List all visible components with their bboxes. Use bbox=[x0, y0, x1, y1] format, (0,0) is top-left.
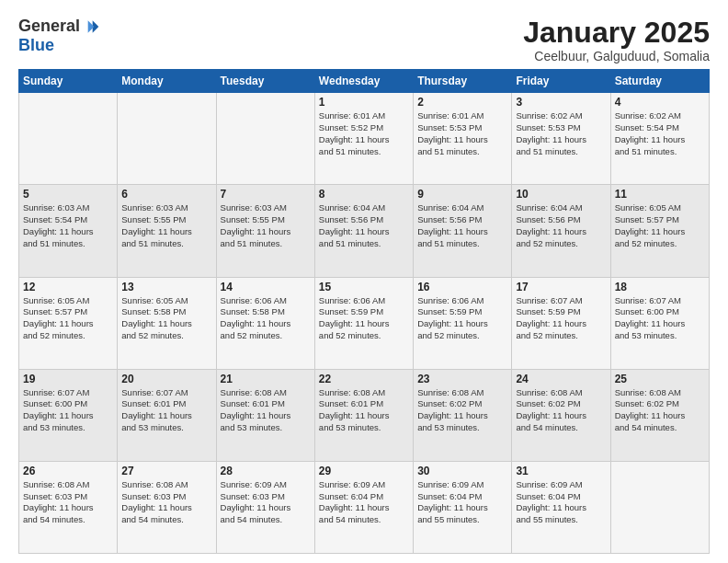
title-section: January 2025 Ceelbuur, Galguduud, Somali… bbox=[523, 17, 710, 63]
cell-info: Sunrise: 6:06 AM Sunset: 5:58 PM Dayligh… bbox=[221, 295, 311, 342]
day-number: 23 bbox=[417, 373, 507, 385]
day-number: 13 bbox=[121, 281, 211, 293]
calendar-cell: 7Sunrise: 6:03 AM Sunset: 5:55 PM Daylig… bbox=[216, 185, 314, 277]
calendar-cell: 8Sunrise: 6:04 AM Sunset: 5:56 PM Daylig… bbox=[314, 185, 413, 277]
calendar-cell: 5Sunrise: 6:03 AM Sunset: 5:54 PM Daylig… bbox=[19, 185, 118, 277]
cell-info: Sunrise: 6:09 AM Sunset: 6:04 PM Dayligh… bbox=[417, 479, 507, 526]
calendar-cell: 1Sunrise: 6:01 AM Sunset: 5:52 PM Daylig… bbox=[314, 93, 413, 185]
calendar-cell: 9Sunrise: 6:04 AM Sunset: 5:56 PM Daylig… bbox=[414, 185, 512, 277]
location: Ceelbuur, Galguduud, Somalia bbox=[523, 49, 710, 63]
day-number: 14 bbox=[221, 281, 311, 293]
calendar-header-row: SundayMondayTuesdayWednesdayThursdayFrid… bbox=[19, 70, 710, 93]
cell-info: Sunrise: 6:09 AM Sunset: 6:03 PM Dayligh… bbox=[221, 479, 311, 526]
calendar-cell: 29Sunrise: 6:09 AM Sunset: 6:04 PM Dayli… bbox=[314, 461, 413, 553]
day-number: 24 bbox=[516, 373, 606, 385]
cell-info: Sunrise: 6:08 AM Sunset: 6:03 PM Dayligh… bbox=[121, 479, 211, 526]
calendar-week-row: 26Sunrise: 6:08 AM Sunset: 6:03 PM Dayli… bbox=[19, 461, 710, 553]
day-number: 31 bbox=[516, 465, 606, 477]
cell-info: Sunrise: 6:08 AM Sunset: 6:02 PM Dayligh… bbox=[516, 387, 606, 434]
day-number: 7 bbox=[221, 188, 311, 201]
logo-icon bbox=[82, 17, 100, 36]
calendar-cell: 31Sunrise: 6:09 AM Sunset: 6:04 PM Dayli… bbox=[512, 461, 610, 553]
day-number: 12 bbox=[23, 281, 113, 293]
month-title: January 2025 bbox=[523, 17, 710, 49]
day-number: 15 bbox=[319, 281, 409, 293]
cell-info: Sunrise: 6:07 AM Sunset: 6:00 PM Dayligh… bbox=[615, 295, 705, 342]
cell-info: Sunrise: 6:07 AM Sunset: 5:59 PM Dayligh… bbox=[516, 295, 606, 342]
calendar-cell: 4Sunrise: 6:02 AM Sunset: 5:54 PM Daylig… bbox=[610, 93, 709, 185]
logo-blue-text: Blue bbox=[18, 36, 54, 55]
cell-info: Sunrise: 6:09 AM Sunset: 6:04 PM Dayligh… bbox=[516, 479, 606, 526]
calendar-header-saturday: Saturday bbox=[610, 70, 709, 93]
calendar-cell: 13Sunrise: 6:05 AM Sunset: 5:58 PM Dayli… bbox=[118, 277, 216, 369]
cell-info: Sunrise: 6:04 AM Sunset: 5:56 PM Dayligh… bbox=[319, 202, 409, 249]
calendar-cell bbox=[216, 93, 314, 185]
calendar-cell: 23Sunrise: 6:08 AM Sunset: 6:02 PM Dayli… bbox=[414, 369, 512, 461]
day-number: 5 bbox=[23, 188, 113, 201]
calendar-header-monday: Monday bbox=[118, 70, 216, 93]
cell-info: Sunrise: 6:08 AM Sunset: 6:03 PM Dayligh… bbox=[23, 479, 113, 526]
calendar-cell: 28Sunrise: 6:09 AM Sunset: 6:03 PM Dayli… bbox=[216, 461, 314, 553]
cell-info: Sunrise: 6:05 AM Sunset: 5:57 PM Dayligh… bbox=[615, 202, 705, 249]
calendar-cell: 18Sunrise: 6:07 AM Sunset: 6:00 PM Dayli… bbox=[610, 277, 709, 369]
header: General Blue January 2025 Ceelbuur, Galg… bbox=[18, 17, 710, 63]
day-number: 2 bbox=[417, 96, 507, 109]
calendar-cell: 21Sunrise: 6:08 AM Sunset: 6:01 PM Dayli… bbox=[216, 369, 314, 461]
calendar-week-row: 12Sunrise: 6:05 AM Sunset: 5:57 PM Dayli… bbox=[19, 277, 710, 369]
day-number: 18 bbox=[615, 281, 705, 293]
logo: General Blue bbox=[18, 17, 100, 55]
cell-info: Sunrise: 6:08 AM Sunset: 6:01 PM Dayligh… bbox=[319, 387, 409, 434]
cell-info: Sunrise: 6:03 AM Sunset: 5:55 PM Dayligh… bbox=[221, 202, 311, 249]
day-number: 11 bbox=[615, 188, 705, 201]
cell-info: Sunrise: 6:06 AM Sunset: 5:59 PM Dayligh… bbox=[319, 295, 409, 342]
calendar-week-row: 5Sunrise: 6:03 AM Sunset: 5:54 PM Daylig… bbox=[19, 185, 710, 277]
day-number: 26 bbox=[23, 465, 113, 477]
calendar-cell: 19Sunrise: 6:07 AM Sunset: 6:00 PM Dayli… bbox=[19, 369, 118, 461]
calendar-cell: 22Sunrise: 6:08 AM Sunset: 6:01 PM Dayli… bbox=[314, 369, 413, 461]
day-number: 3 bbox=[516, 96, 606, 109]
day-number: 17 bbox=[516, 281, 606, 293]
calendar-header-thursday: Thursday bbox=[414, 70, 512, 93]
cell-info: Sunrise: 6:01 AM Sunset: 5:53 PM Dayligh… bbox=[417, 110, 507, 157]
calendar-cell: 3Sunrise: 6:02 AM Sunset: 5:53 PM Daylig… bbox=[512, 93, 610, 185]
calendar-cell: 10Sunrise: 6:04 AM Sunset: 5:56 PM Dayli… bbox=[512, 185, 610, 277]
calendar-cell: 12Sunrise: 6:05 AM Sunset: 5:57 PM Dayli… bbox=[19, 277, 118, 369]
page: General Blue January 2025 Ceelbuur, Galg… bbox=[0, 0, 728, 563]
day-number: 6 bbox=[121, 188, 211, 201]
calendar-cell: 20Sunrise: 6:07 AM Sunset: 6:01 PM Dayli… bbox=[118, 369, 216, 461]
cell-info: Sunrise: 6:02 AM Sunset: 5:54 PM Dayligh… bbox=[615, 110, 705, 157]
cell-info: Sunrise: 6:07 AM Sunset: 6:00 PM Dayligh… bbox=[23, 387, 113, 434]
calendar-cell: 17Sunrise: 6:07 AM Sunset: 5:59 PM Dayli… bbox=[512, 277, 610, 369]
calendar-cell: 26Sunrise: 6:08 AM Sunset: 6:03 PM Dayli… bbox=[19, 461, 118, 553]
calendar-cell: 14Sunrise: 6:06 AM Sunset: 5:58 PM Dayli… bbox=[216, 277, 314, 369]
day-number: 27 bbox=[121, 465, 211, 477]
day-number: 8 bbox=[319, 188, 409, 201]
calendar-cell: 30Sunrise: 6:09 AM Sunset: 6:04 PM Dayli… bbox=[414, 461, 512, 553]
calendar-header-tuesday: Tuesday bbox=[216, 70, 314, 93]
calendar-cell: 24Sunrise: 6:08 AM Sunset: 6:02 PM Dayli… bbox=[512, 369, 610, 461]
cell-info: Sunrise: 6:03 AM Sunset: 5:54 PM Dayligh… bbox=[23, 202, 113, 249]
cell-info: Sunrise: 6:09 AM Sunset: 6:04 PM Dayligh… bbox=[319, 479, 409, 526]
calendar-cell bbox=[19, 93, 118, 185]
calendar-cell: 27Sunrise: 6:08 AM Sunset: 6:03 PM Dayli… bbox=[118, 461, 216, 553]
logo-general-text: General bbox=[18, 17, 80, 36]
calendar-cell bbox=[610, 461, 709, 553]
day-number: 4 bbox=[615, 96, 705, 109]
calendar-cell bbox=[118, 93, 216, 185]
day-number: 19 bbox=[23, 373, 113, 385]
day-number: 10 bbox=[516, 188, 606, 201]
day-number: 1 bbox=[319, 96, 409, 109]
cell-info: Sunrise: 6:05 AM Sunset: 5:57 PM Dayligh… bbox=[23, 295, 113, 342]
cell-info: Sunrise: 6:02 AM Sunset: 5:53 PM Dayligh… bbox=[516, 110, 606, 157]
day-number: 9 bbox=[417, 188, 507, 201]
calendar-cell: 11Sunrise: 6:05 AM Sunset: 5:57 PM Dayli… bbox=[610, 185, 709, 277]
day-number: 25 bbox=[615, 373, 705, 385]
cell-info: Sunrise: 6:08 AM Sunset: 6:01 PM Dayligh… bbox=[221, 387, 311, 434]
calendar-header-sunday: Sunday bbox=[19, 70, 118, 93]
calendar-header-friday: Friday bbox=[512, 70, 610, 93]
calendar: SundayMondayTuesdayWednesdayThursdayFrid… bbox=[18, 69, 710, 554]
cell-info: Sunrise: 6:07 AM Sunset: 6:01 PM Dayligh… bbox=[121, 387, 211, 434]
cell-info: Sunrise: 6:04 AM Sunset: 5:56 PM Dayligh… bbox=[516, 202, 606, 249]
cell-info: Sunrise: 6:03 AM Sunset: 5:55 PM Dayligh… bbox=[121, 202, 211, 249]
day-number: 16 bbox=[417, 281, 507, 293]
